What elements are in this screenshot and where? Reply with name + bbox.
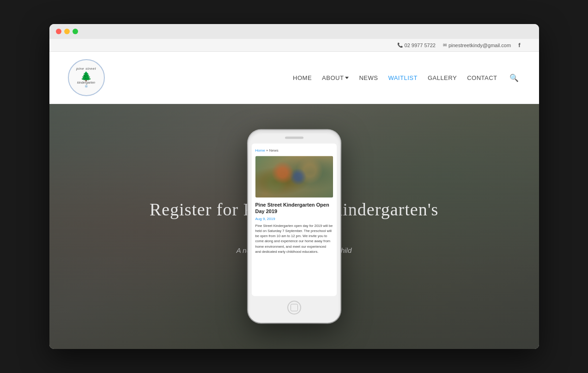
email-icon: ✉ bbox=[443, 43, 447, 48]
phone-speaker bbox=[285, 137, 303, 139]
phone-article-date: Aug 9, 2019 bbox=[255, 216, 333, 220]
logo-tree-icon: 🌲 bbox=[80, 72, 92, 81]
browser-dot-minimize[interactable] bbox=[64, 29, 70, 34]
main-nav: HOME ABOUT NEWS WAITLIST GALLERY CONTACT… bbox=[293, 72, 520, 84]
logo-area: pine street 🌲 kindergarten ❄ bbox=[68, 59, 105, 96]
chevron-down-icon bbox=[345, 77, 349, 79]
browser-chrome bbox=[49, 24, 539, 39]
site-logo[interactable]: pine street 🌲 kindergarten ❄ bbox=[68, 59, 105, 96]
breadcrumb-current: News bbox=[269, 148, 279, 153]
logo-text-bottom: kindergarten bbox=[77, 81, 95, 84]
phone-article-title: Pine Street Kindergarten Open Day 2019 bbox=[255, 202, 333, 215]
nav-about-wrapper: ABOUT bbox=[322, 74, 349, 81]
email-address: pinestreetkindy@gmail.com bbox=[449, 43, 511, 48]
browser-window: 📞 02 9977 5722 ✉ pinestreetkindy@gmail.c… bbox=[49, 24, 539, 349]
email-contact: ✉ pinestreetkindy@gmail.com bbox=[443, 43, 511, 48]
nav-waitlist[interactable]: WAITLIST bbox=[388, 74, 417, 81]
nav-gallery[interactable]: GALLERY bbox=[428, 74, 457, 81]
nav-contact[interactable]: CONTACT bbox=[467, 74, 497, 81]
phone-screen: Home » News Pine Street Kindergarten Ope… bbox=[252, 144, 337, 296]
breadcrumb-home-link[interactable]: Home bbox=[255, 148, 265, 153]
top-bar: 📞 02 9977 5722 ✉ pinestreetkindy@gmail.c… bbox=[49, 39, 539, 52]
phone-breadcrumb: Home » News bbox=[255, 148, 333, 153]
site-header: pine street 🌲 kindergarten ❄ HOME ABOUT … bbox=[49, 52, 539, 104]
phone-article-image bbox=[255, 156, 333, 198]
logo-snowflake-icon: ❄ bbox=[85, 84, 88, 89]
breadcrumb-separator: » bbox=[265, 148, 269, 153]
phone-icon: 📞 bbox=[397, 43, 403, 48]
nav-about[interactable]: ABOUT bbox=[322, 74, 344, 81]
phone-article-body: Pine Street Kindergarten open day for 20… bbox=[255, 223, 333, 254]
facebook-icon[interactable]: f bbox=[518, 42, 520, 49]
phone-home-button[interactable] bbox=[287, 301, 301, 315]
website-container: 📞 02 9977 5722 ✉ pinestreetkindy@gmail.c… bbox=[49, 39, 539, 349]
nav-news[interactable]: NEWS bbox=[359, 74, 378, 81]
browser-dot-maximize[interactable] bbox=[73, 29, 78, 34]
phone-contact: 📞 02 9977 5722 bbox=[397, 43, 436, 48]
search-button[interactable]: 🔍 bbox=[508, 72, 521, 84]
hero-section: Register for Pine Street Kindergarten's … bbox=[49, 104, 539, 349]
phone-modal: Home » News Pine Street Kindergarten Ope… bbox=[248, 130, 340, 323]
phone-screen-inner: Home » News Pine Street Kindergarten Ope… bbox=[252, 144, 337, 259]
browser-dot-close[interactable] bbox=[56, 29, 61, 34]
phone-device: Home » News Pine Street Kindergarten Ope… bbox=[248, 130, 340, 323]
phone-number: 02 9977 5722 bbox=[405, 43, 436, 48]
nav-home[interactable]: HOME bbox=[293, 74, 312, 81]
